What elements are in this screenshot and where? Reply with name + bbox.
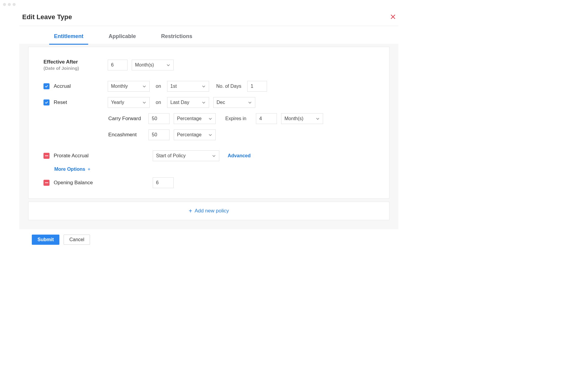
advanced-link[interactable]: Advanced bbox=[228, 153, 250, 158]
reset-label: Reset bbox=[54, 99, 67, 105]
plus-icon: + bbox=[189, 208, 192, 215]
tabs: Entitlement Applicable Restrictions bbox=[19, 27, 398, 45]
expires-value-input[interactable] bbox=[256, 113, 277, 124]
carry-forward-label: Carry Forward bbox=[108, 116, 144, 122]
chevron-down-icon bbox=[208, 117, 212, 121]
encashment-label: Encashment bbox=[108, 132, 144, 138]
chevron-down-icon bbox=[212, 154, 216, 158]
tab-entitlement[interactable]: Entitlement bbox=[49, 27, 88, 45]
encashment-unit-select[interactable]: Percentage bbox=[174, 129, 216, 140]
chevron-down-icon bbox=[208, 133, 212, 137]
chevron-down-icon bbox=[316, 117, 320, 121]
tab-applicable[interactable]: Applicable bbox=[104, 27, 141, 45]
carry-forward-value-input[interactable] bbox=[148, 113, 170, 124]
encashment-value-input[interactable] bbox=[148, 129, 170, 140]
effective-after-value-input[interactable] bbox=[108, 60, 128, 70]
reset-day-select[interactable]: Last Day bbox=[167, 97, 209, 108]
chevron-down-icon bbox=[202, 84, 206, 88]
chevron-down-icon bbox=[166, 63, 170, 67]
carry-forward-unit-select[interactable]: Percentage bbox=[174, 113, 216, 124]
accrual-frequency-select[interactable]: Monthly bbox=[108, 81, 150, 92]
expires-unit-select[interactable]: Month(s) bbox=[281, 113, 323, 124]
effective-after-label: Effective After bbox=[44, 59, 78, 65]
page-title: Edit Leave Type bbox=[22, 13, 72, 21]
page-header: Edit Leave Type bbox=[19, 9, 398, 26]
prorate-accrual-select[interactable]: Start of Policy bbox=[153, 150, 219, 161]
effective-after-unit-select[interactable]: Month(s) bbox=[132, 60, 174, 70]
tab-restrictions[interactable]: Restrictions bbox=[156, 27, 197, 45]
no-of-days-label: No. of Days bbox=[216, 84, 242, 89]
prorate-accrual-label: Prorate Accrual bbox=[54, 153, 88, 159]
plus-icon: + bbox=[88, 167, 90, 172]
accrual-checkbox[interactable] bbox=[44, 83, 50, 89]
cancel-button[interactable]: Cancel bbox=[64, 235, 90, 245]
window-traffic-lights bbox=[0, 0, 418, 6]
submit-button[interactable]: Submit bbox=[32, 235, 59, 245]
reset-month-select[interactable]: Dec bbox=[213, 97, 255, 108]
footer-actions: Submit Cancel bbox=[19, 229, 398, 245]
reset-checkbox[interactable] bbox=[44, 99, 50, 105]
more-options-link[interactable]: More Options + bbox=[54, 167, 374, 172]
on-label: on bbox=[156, 84, 161, 89]
accrual-day-select[interactable]: 1st bbox=[167, 81, 209, 92]
accrual-label: Accrual bbox=[54, 83, 71, 89]
add-new-policy-button[interactable]: + Add new policy bbox=[28, 202, 389, 220]
opening-balance-label: Opening Balance bbox=[54, 180, 93, 186]
prorate-accrual-checkbox[interactable] bbox=[44, 153, 50, 159]
expires-in-label: Expires in bbox=[225, 116, 246, 121]
chevron-down-icon bbox=[142, 84, 146, 88]
chevron-down-icon bbox=[248, 100, 252, 105]
accrual-days-input[interactable] bbox=[247, 81, 267, 92]
opening-balance-input[interactable] bbox=[153, 177, 174, 188]
opening-balance-checkbox[interactable] bbox=[44, 180, 50, 186]
on-label-2: on bbox=[156, 100, 161, 105]
chevron-down-icon bbox=[142, 100, 146, 105]
close-icon[interactable] bbox=[391, 14, 395, 21]
reset-frequency-select[interactable]: Yearly bbox=[108, 97, 150, 108]
entitlement-card: Effective After (Date of Joining) Month(… bbox=[28, 47, 389, 199]
effective-after-sublabel: (Date of Joining) bbox=[44, 66, 79, 71]
chevron-down-icon bbox=[202, 100, 206, 105]
